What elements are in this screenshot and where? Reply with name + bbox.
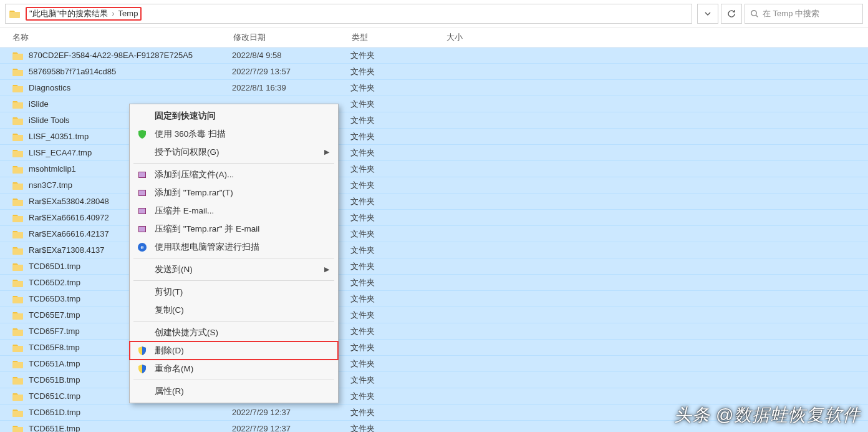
svg-rect-8 [139, 227, 145, 232]
file-type: 文件夹 [350, 212, 445, 223]
file-type: 文件夹 [350, 358, 445, 370]
column-header-size[interactable]: 大小 [446, 32, 521, 43]
file-type: 文件夹 [350, 164, 445, 175]
folder-icon [12, 115, 24, 125]
file-type: 文件夹 [350, 131, 445, 142]
ctx-copy[interactable]: 复制(C) [130, 301, 338, 319]
refresh-button[interactable] [721, 4, 742, 24]
ctx-compress-email[interactable]: 压缩并 E-mail... [130, 202, 338, 220]
context-menu-separator [133, 163, 334, 164]
context-menu-separator [133, 258, 334, 258]
folder-icon [12, 213, 24, 223]
file-type: 文件夹 [350, 423, 445, 433]
ctx-add-to-temp-rar[interactable]: 添加到 "Temp.rar"(T) [130, 184, 338, 202]
refresh-icon [727, 9, 736, 18]
file-type: 文件夹 [350, 310, 445, 321]
folder-icon [12, 67, 24, 77]
submenu-arrow-icon: ▶ [324, 265, 329, 273]
breadcrumb-seg-2[interactable]: Temp [118, 9, 138, 18]
file-type: 文件夹 [350, 115, 445, 126]
file-type: 文件夹 [350, 228, 445, 240]
ctx-create-shortcut[interactable]: 创建快捷方式(S) [130, 323, 338, 341]
ctx-add-to-archive[interactable]: 添加到压缩文件(A)... [130, 165, 338, 184]
folder-icon [12, 294, 24, 304]
ctx-pin-to-quick-access[interactable]: 固定到快速访问 [130, 107, 338, 125]
ctx-grant-access[interactable]: 授予访问权限(G) ▶ [130, 143, 338, 161]
folder-icon [12, 245, 24, 255]
file-date: 2022/7/29 12:37 [232, 424, 350, 432]
folder-icon [12, 375, 24, 385]
watermark-text: 头条 @数据蛙恢复软件 [674, 403, 861, 427]
search-placeholder: 在 Temp 中搜索 [763, 8, 819, 19]
submenu-arrow-icon: ▶ [324, 148, 329, 156]
svg-rect-4 [139, 190, 145, 195]
folder-icon [12, 148, 24, 158]
blank-icon [136, 286, 148, 298]
blank-icon [136, 146, 148, 159]
file-type: 文件夹 [350, 196, 445, 207]
file-row[interactable]: Diagnostics2022/8/1 16:39文件夹 [0, 80, 868, 96]
ctx-rename[interactable]: 重命名(M) [130, 360, 338, 378]
folder-icon [12, 310, 24, 320]
history-dropdown-button[interactable] [697, 4, 718, 24]
context-menu-separator [133, 321, 334, 322]
chevron-down-icon [704, 10, 711, 17]
file-date: 2022/8/4 9:58 [232, 51, 350, 60]
file-date: 2022/8/1 16:39 [232, 83, 350, 92]
svg-rect-6 [139, 209, 145, 214]
breadcrumb[interactable]: "此电脑"中的搜索结果 › Temp [26, 7, 142, 21]
context-menu: 固定到快速访问 使用 360杀毒 扫描 授予访问权限(G) ▶ 添加到压缩文件(… [129, 104, 339, 403]
file-type: 文件夹 [350, 147, 445, 159]
context-menu-separator [133, 380, 334, 380]
file-type: 文件夹 [350, 82, 445, 94]
file-row[interactable]: 5876958b7f71a914cd852022/7/29 13:57文件夹 [0, 64, 868, 80]
column-header-name[interactable]: 名称 [12, 32, 233, 43]
folder-icon [12, 359, 24, 369]
folder-icon [12, 99, 24, 109]
file-type: 文件夹 [350, 99, 445, 110]
winrar-icon [136, 169, 148, 181]
svg-rect-2 [139, 172, 145, 177]
ctx-send-to[interactable]: 发送到(N) ▶ [130, 260, 338, 278]
breadcrumb-seg-1[interactable]: "此电脑"中的搜索结果 [29, 8, 108, 19]
file-type: 文件夹 [350, 293, 445, 305]
search-icon [750, 9, 759, 18]
folder-icon [12, 343, 24, 353]
blank-icon [136, 110, 148, 122]
shield-uac-icon [136, 345, 148, 357]
blank-icon [136, 263, 148, 276]
file-name: 5876958b7f71a914cd85 [29, 67, 232, 76]
folder-icon [12, 197, 24, 207]
context-menu-separator [133, 280, 334, 281]
file-name: TCD651E.tmp [29, 424, 232, 432]
svg-text:e: e [140, 244, 143, 250]
ctx-compress-temp-email[interactable]: 压缩到 "Temp.rar" 并 E-mail [130, 220, 338, 238]
blank-icon [136, 326, 148, 339]
ctx-scan-360[interactable]: 使用 360杀毒 扫描 [130, 125, 338, 143]
file-type: 文件夹 [350, 342, 445, 353]
folder-icon [12, 164, 24, 174]
file-name: TCD651D.tmp [29, 408, 232, 417]
search-input[interactable]: 在 Temp 中搜索 [745, 4, 863, 24]
folder-icon [12, 326, 24, 336]
file-name: Diagnostics [29, 83, 232, 92]
ctx-delete[interactable]: 删除(D) [130, 341, 338, 360]
folder-icon [12, 229, 24, 239]
breadcrumb-box[interactable]: "此电脑"中的搜索结果 › Temp [5, 4, 692, 24]
winrar-icon [136, 223, 148, 235]
folder-icon [12, 391, 24, 401]
ctx-cut[interactable]: 剪切(T) [130, 283, 338, 301]
file-type: 文件夹 [350, 180, 445, 191]
column-header-date[interactable]: 修改日期 [233, 32, 352, 43]
file-type: 文件夹 [350, 50, 445, 61]
address-bar: "此电脑"中的搜索结果 › Temp 在 Temp 中搜索 [0, 0, 868, 27]
file-row[interactable]: 870CD2EF-3584-4A22-98EA-F91287E725A52022… [0, 47, 868, 64]
ctx-lenovo-scan[interactable]: e 使用联想电脑管家进行扫描 [130, 238, 338, 256]
shield-green-icon [136, 128, 148, 140]
file-date: 2022/7/29 12:37 [232, 408, 350, 417]
file-type: 文件夹 [350, 375, 445, 386]
winrar-icon [136, 205, 148, 217]
folder-icon [12, 180, 24, 190]
ctx-properties[interactable]: 属性(R) [130, 382, 338, 400]
column-header-type[interactable]: 类型 [352, 32, 446, 43]
